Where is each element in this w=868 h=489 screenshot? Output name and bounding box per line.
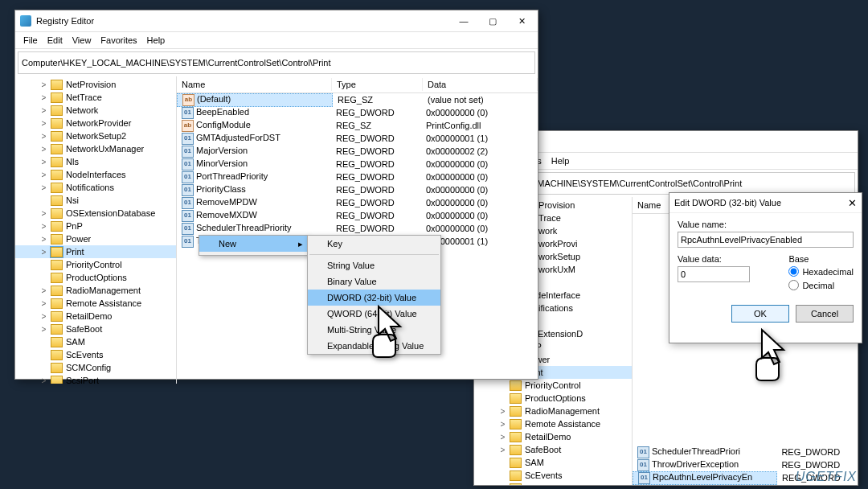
expand-icon[interactable]: > <box>498 433 507 442</box>
context-submenu[interactable]: KeyString ValueBinary ValueDWORD (32-bit… <box>307 235 441 355</box>
list-row[interactable]: abConfigModuleREG_SZPrintConfig.dll <box>177 119 538 132</box>
tree-item[interactable]: >RetailDemo <box>474 430 632 443</box>
expand-icon[interactable]: > <box>39 93 48 102</box>
tree-item[interactable]: >Nls <box>15 155 176 168</box>
ctx-item[interactable]: Binary Value <box>308 273 440 290</box>
expand-icon[interactable]: > <box>39 158 48 166</box>
list-row[interactable]: 01MajorVersionREG_DWORD0x00000002 (2) <box>177 145 538 158</box>
radio-hex[interactable]: Hexadecimal <box>788 266 854 277</box>
ctx-item[interactable]: QWORD (64-bit) Value <box>308 306 440 322</box>
list-row[interactable]: 01SchedulerThreadPriorityREG_DWORD0x0000… <box>177 222 538 235</box>
ok-button[interactable]: OK <box>731 305 789 323</box>
ctx-item[interactable]: DWORD (32-bit) Value <box>308 290 440 306</box>
expand-icon[interactable]: > <box>39 286 48 295</box>
radio-dec-input[interactable] <box>788 280 799 290</box>
tree-item[interactable]: SCMConfig <box>15 361 176 374</box>
expand-icon[interactable]: > <box>39 222 48 231</box>
ctx-item[interactable]: Multi-String Value <box>308 322 440 338</box>
tree-item[interactable]: >PnP <box>15 220 176 232</box>
tree-item[interactable]: SAM <box>474 456 632 469</box>
tree-item[interactable]: >SafeBoot <box>15 323 176 335</box>
tree-item[interactable]: >NetworkProvider <box>15 117 176 129</box>
menu-edit[interactable]: Edit <box>43 34 68 47</box>
tree-item[interactable]: >RadioManagement <box>15 284 176 297</box>
tree-item[interactable]: ScEvents <box>474 469 632 482</box>
expand-icon[interactable]: > <box>39 299 48 308</box>
close-icon[interactable]: ✕ <box>848 197 857 209</box>
expand-icon[interactable]: > <box>39 376 48 384</box>
tree-item[interactable]: >Remote Assistance <box>474 417 632 430</box>
tree-item[interactable]: >NetworkSetup2 <box>15 129 176 142</box>
tree-item[interactable]: Nsi <box>15 194 176 207</box>
list-row[interactable]: 01PortThreadPriorityREG_DWORD0x00000000 … <box>177 171 538 183</box>
radio-hex-input[interactable] <box>788 266 799 277</box>
cancel-button[interactable]: Cancel <box>796 305 854 323</box>
list-row[interactable]: 01MinorVersionREG_DWORD0x00000000 (0) <box>177 158 538 171</box>
tree-item[interactable]: ProductOptions <box>474 392 632 405</box>
tree-item[interactable]: PriorityControl <box>15 258 176 271</box>
tree-item[interactable]: >Print <box>15 245 176 258</box>
tree-pane[interactable]: >NetProvision>NetTrace>Network>NetworkPr… <box>15 76 177 384</box>
tree-item[interactable]: ProductOptions <box>15 271 176 284</box>
tree-item[interactable]: >SafeBoot <box>474 443 632 456</box>
expand-icon[interactable]: > <box>39 325 48 334</box>
tree-item[interactable]: >NetworkUxManager <box>15 142 176 155</box>
context-menu[interactable]: New <box>199 235 309 256</box>
expand-icon[interactable]: > <box>39 183 48 192</box>
tree-item[interactable]: >RetailDemo <box>15 310 176 323</box>
list-row[interactable]: 01SchedulerThreadPrioriREG_DWORD <box>633 446 858 458</box>
menu-item[interactable]: Help <box>547 154 575 167</box>
expand-icon[interactable]: > <box>39 248 48 257</box>
menu-help[interactable]: Help <box>142 34 170 47</box>
tree-item[interactable]: >Network <box>15 104 176 117</box>
tree-item[interactable]: SAM <box>15 335 176 348</box>
tree-item[interactable]: >Notifications <box>15 181 176 194</box>
address-bar[interactable]: Computer\HKEY_LOCAL_MACHINE\SYSTEM\Curre… <box>18 51 535 74</box>
list-row[interactable]: ab(Default)REG_SZ(value not set) <box>177 93 538 106</box>
tree-item[interactable]: >NetProvision <box>15 78 176 91</box>
tree-item[interactable]: >Remote Assistance <box>15 297 176 310</box>
expand-icon[interactable]: > <box>39 171 48 179</box>
list-row[interactable]: 01RemoveMPDWREG_DWORD0x00000000 (0) <box>177 196 538 209</box>
list-header[interactable]: Name Type Data <box>177 76 538 93</box>
tree-item[interactable]: >OSExtensionDatabase <box>15 207 176 220</box>
close-button[interactable]: ✕ <box>507 10 536 31</box>
expand-icon[interactable]: > <box>39 119 48 128</box>
tree-item[interactable]: >RadioManagement <box>474 405 632 417</box>
expand-icon[interactable]: > <box>39 106 48 115</box>
menu-file[interactable]: File <box>18 34 43 47</box>
ctx-item[interactable]: String Value <box>308 257 440 273</box>
list-row[interactable]: 01RemoveMXDWREG_DWORD0x00000000 (0) <box>177 209 538 222</box>
list-row[interactable]: 01BeepEnabledREG_DWORD0x00000000 (0) <box>177 106 538 119</box>
list-row[interactable]: 01GMTAdjustedForDSTREG_DWORD0x00000001 (… <box>177 132 538 145</box>
menu-bar[interactable]: File Edit View Favorites Help <box>15 32 538 49</box>
col-data[interactable]: Data <box>423 78 538 91</box>
minimize-button[interactable]: — <box>449 10 478 31</box>
ctx-item[interactable]: Expandable String Value <box>308 338 440 354</box>
maximize-button[interactable]: ▢ <box>478 10 507 31</box>
ctx-item[interactable]: Key <box>308 236 440 252</box>
tree-item[interactable]: SCMConfig <box>474 482 632 486</box>
tree-item[interactable]: >ScsiPort <box>15 374 176 384</box>
list-row[interactable]: 01PriorityClassREG_DWORD0x00000000 (0) <box>177 183 538 196</box>
radio-dec[interactable]: Decimal <box>788 280 854 290</box>
expand-icon[interactable]: > <box>39 80 48 89</box>
expand-icon[interactable]: > <box>39 132 48 141</box>
col-name[interactable]: Name <box>177 78 332 91</box>
expand-icon[interactable]: > <box>39 145 48 154</box>
expand-icon[interactable]: > <box>39 235 48 244</box>
menu-favorites[interactable]: Favorites <box>96 34 141 47</box>
menu-view[interactable]: View <box>68 34 96 47</box>
tree-item[interactable]: ScEvents <box>15 348 176 361</box>
expand-icon[interactable]: > <box>39 209 48 218</box>
tree-item[interactable]: >NetTrace <box>15 91 176 104</box>
expand-icon[interactable]: > <box>39 312 48 321</box>
col-type[interactable]: Type <box>332 78 423 91</box>
ctx-new[interactable]: New <box>199 236 308 252</box>
value-data-input[interactable] <box>678 266 750 282</box>
expand-icon[interactable]: > <box>498 446 507 454</box>
titlebar[interactable]: Registry Editor — ▢ ✕ <box>15 10 538 32</box>
expand-icon[interactable]: > <box>498 420 507 429</box>
expand-icon[interactable]: > <box>498 407 507 416</box>
value-name-input[interactable] <box>678 232 854 248</box>
